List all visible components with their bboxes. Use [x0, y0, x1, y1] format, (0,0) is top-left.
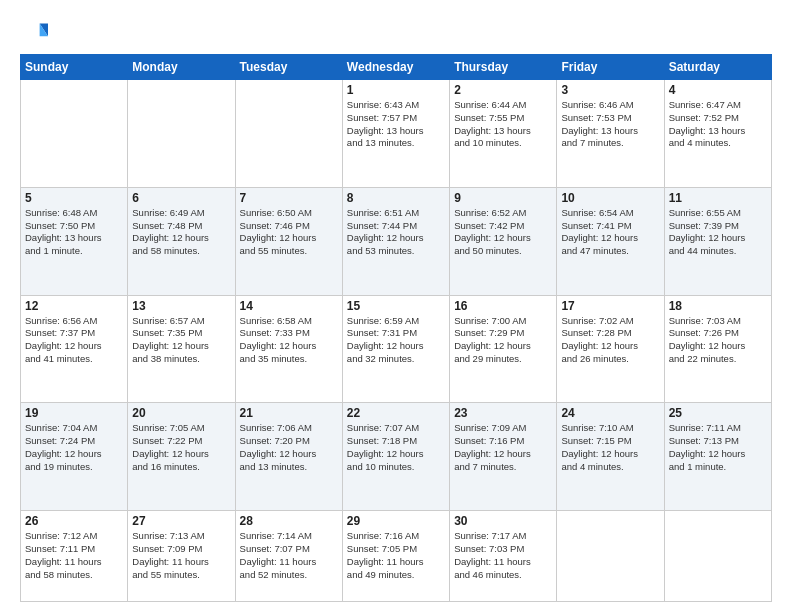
weekday-header-sunday: Sunday — [21, 55, 128, 80]
day-info: Sunrise: 6:57 AM Sunset: 7:35 PM Dayligh… — [132, 315, 230, 366]
day-number: 23 — [454, 406, 552, 420]
day-info: Sunrise: 7:00 AM Sunset: 7:29 PM Dayligh… — [454, 315, 552, 366]
day-number: 19 — [25, 406, 123, 420]
day-info: Sunrise: 7:12 AM Sunset: 7:11 PM Dayligh… — [25, 530, 123, 581]
day-number: 27 — [132, 514, 230, 528]
calendar-cell — [21, 80, 128, 188]
day-info: Sunrise: 6:46 AM Sunset: 7:53 PM Dayligh… — [561, 99, 659, 150]
day-number: 12 — [25, 299, 123, 313]
day-info: Sunrise: 7:07 AM Sunset: 7:18 PM Dayligh… — [347, 422, 445, 473]
day-info: Sunrise: 7:11 AM Sunset: 7:13 PM Dayligh… — [669, 422, 767, 473]
weekday-header-row: SundayMondayTuesdayWednesdayThursdayFrid… — [21, 55, 772, 80]
day-info: Sunrise: 6:44 AM Sunset: 7:55 PM Dayligh… — [454, 99, 552, 150]
calendar-cell: 5Sunrise: 6:48 AM Sunset: 7:50 PM Daylig… — [21, 187, 128, 295]
day-info: Sunrise: 7:06 AM Sunset: 7:20 PM Dayligh… — [240, 422, 338, 473]
day-number: 28 — [240, 514, 338, 528]
calendar-cell: 24Sunrise: 7:10 AM Sunset: 7:15 PM Dayli… — [557, 403, 664, 511]
day-number: 17 — [561, 299, 659, 313]
calendar-cell — [557, 511, 664, 602]
calendar-cell: 29Sunrise: 7:16 AM Sunset: 7:05 PM Dayli… — [342, 511, 449, 602]
day-number: 10 — [561, 191, 659, 205]
day-info: Sunrise: 7:16 AM Sunset: 7:05 PM Dayligh… — [347, 530, 445, 581]
day-number: 6 — [132, 191, 230, 205]
day-number: 18 — [669, 299, 767, 313]
day-info: Sunrise: 7:04 AM Sunset: 7:24 PM Dayligh… — [25, 422, 123, 473]
day-info: Sunrise: 6:56 AM Sunset: 7:37 PM Dayligh… — [25, 315, 123, 366]
day-info: Sunrise: 6:51 AM Sunset: 7:44 PM Dayligh… — [347, 207, 445, 258]
day-number: 13 — [132, 299, 230, 313]
day-number: 14 — [240, 299, 338, 313]
header — [20, 18, 772, 46]
calendar-cell: 28Sunrise: 7:14 AM Sunset: 7:07 PM Dayli… — [235, 511, 342, 602]
day-info: Sunrise: 6:58 AM Sunset: 7:33 PM Dayligh… — [240, 315, 338, 366]
day-info: Sunrise: 6:49 AM Sunset: 7:48 PM Dayligh… — [132, 207, 230, 258]
calendar-cell: 30Sunrise: 7:17 AM Sunset: 7:03 PM Dayli… — [450, 511, 557, 602]
day-info: Sunrise: 6:59 AM Sunset: 7:31 PM Dayligh… — [347, 315, 445, 366]
calendar-cell: 15Sunrise: 6:59 AM Sunset: 7:31 PM Dayli… — [342, 295, 449, 403]
calendar-cell: 7Sunrise: 6:50 AM Sunset: 7:46 PM Daylig… — [235, 187, 342, 295]
calendar-cell: 18Sunrise: 7:03 AM Sunset: 7:26 PM Dayli… — [664, 295, 771, 403]
day-info: Sunrise: 7:03 AM Sunset: 7:26 PM Dayligh… — [669, 315, 767, 366]
day-info: Sunrise: 7:02 AM Sunset: 7:28 PM Dayligh… — [561, 315, 659, 366]
day-number: 29 — [347, 514, 445, 528]
day-info: Sunrise: 7:14 AM Sunset: 7:07 PM Dayligh… — [240, 530, 338, 581]
day-number: 2 — [454, 83, 552, 97]
day-number: 20 — [132, 406, 230, 420]
day-number: 7 — [240, 191, 338, 205]
calendar-cell: 2Sunrise: 6:44 AM Sunset: 7:55 PM Daylig… — [450, 80, 557, 188]
day-number: 8 — [347, 191, 445, 205]
day-number: 15 — [347, 299, 445, 313]
calendar-cell: 12Sunrise: 6:56 AM Sunset: 7:37 PM Dayli… — [21, 295, 128, 403]
calendar-cell: 23Sunrise: 7:09 AM Sunset: 7:16 PM Dayli… — [450, 403, 557, 511]
calendar-cell — [128, 80, 235, 188]
calendar-cell: 13Sunrise: 6:57 AM Sunset: 7:35 PM Dayli… — [128, 295, 235, 403]
calendar-cell: 26Sunrise: 7:12 AM Sunset: 7:11 PM Dayli… — [21, 511, 128, 602]
day-number: 30 — [454, 514, 552, 528]
day-info: Sunrise: 6:47 AM Sunset: 7:52 PM Dayligh… — [669, 99, 767, 150]
calendar-cell: 17Sunrise: 7:02 AM Sunset: 7:28 PM Dayli… — [557, 295, 664, 403]
day-info: Sunrise: 6:48 AM Sunset: 7:50 PM Dayligh… — [25, 207, 123, 258]
day-number: 11 — [669, 191, 767, 205]
calendar-cell: 27Sunrise: 7:13 AM Sunset: 7:09 PM Dayli… — [128, 511, 235, 602]
calendar-row-2: 5Sunrise: 6:48 AM Sunset: 7:50 PM Daylig… — [21, 187, 772, 295]
day-number: 5 — [25, 191, 123, 205]
calendar-cell: 22Sunrise: 7:07 AM Sunset: 7:18 PM Dayli… — [342, 403, 449, 511]
calendar-cell: 8Sunrise: 6:51 AM Sunset: 7:44 PM Daylig… — [342, 187, 449, 295]
day-number: 1 — [347, 83, 445, 97]
calendar-cell — [235, 80, 342, 188]
day-number: 25 — [669, 406, 767, 420]
day-info: Sunrise: 7:13 AM Sunset: 7:09 PM Dayligh… — [132, 530, 230, 581]
logo — [20, 18, 52, 46]
weekday-header-wednesday: Wednesday — [342, 55, 449, 80]
weekday-header-friday: Friday — [557, 55, 664, 80]
day-info: Sunrise: 6:43 AM Sunset: 7:57 PM Dayligh… — [347, 99, 445, 150]
calendar-cell: 6Sunrise: 6:49 AM Sunset: 7:48 PM Daylig… — [128, 187, 235, 295]
day-number: 9 — [454, 191, 552, 205]
calendar-cell: 20Sunrise: 7:05 AM Sunset: 7:22 PM Dayli… — [128, 403, 235, 511]
calendar-cell: 4Sunrise: 6:47 AM Sunset: 7:52 PM Daylig… — [664, 80, 771, 188]
calendar-cell: 1Sunrise: 6:43 AM Sunset: 7:57 PM Daylig… — [342, 80, 449, 188]
day-number: 4 — [669, 83, 767, 97]
day-info: Sunrise: 6:54 AM Sunset: 7:41 PM Dayligh… — [561, 207, 659, 258]
calendar-cell: 21Sunrise: 7:06 AM Sunset: 7:20 PM Dayli… — [235, 403, 342, 511]
day-number: 24 — [561, 406, 659, 420]
weekday-header-saturday: Saturday — [664, 55, 771, 80]
calendar-cell: 25Sunrise: 7:11 AM Sunset: 7:13 PM Dayli… — [664, 403, 771, 511]
day-info: Sunrise: 7:09 AM Sunset: 7:16 PM Dayligh… — [454, 422, 552, 473]
calendar-cell: 3Sunrise: 6:46 AM Sunset: 7:53 PM Daylig… — [557, 80, 664, 188]
day-info: Sunrise: 7:05 AM Sunset: 7:22 PM Dayligh… — [132, 422, 230, 473]
day-info: Sunrise: 7:17 AM Sunset: 7:03 PM Dayligh… — [454, 530, 552, 581]
calendar-cell: 14Sunrise: 6:58 AM Sunset: 7:33 PM Dayli… — [235, 295, 342, 403]
calendar-row-3: 12Sunrise: 6:56 AM Sunset: 7:37 PM Dayli… — [21, 295, 772, 403]
calendar-cell: 19Sunrise: 7:04 AM Sunset: 7:24 PM Dayli… — [21, 403, 128, 511]
day-number: 26 — [25, 514, 123, 528]
weekday-header-monday: Monday — [128, 55, 235, 80]
day-number: 3 — [561, 83, 659, 97]
calendar-cell: 9Sunrise: 6:52 AM Sunset: 7:42 PM Daylig… — [450, 187, 557, 295]
day-number: 16 — [454, 299, 552, 313]
calendar-row-4: 19Sunrise: 7:04 AM Sunset: 7:24 PM Dayli… — [21, 403, 772, 511]
calendar-page: SundayMondayTuesdayWednesdayThursdayFrid… — [0, 0, 792, 612]
calendar-table: SundayMondayTuesdayWednesdayThursdayFrid… — [20, 54, 772, 602]
weekday-header-thursday: Thursday — [450, 55, 557, 80]
day-number: 22 — [347, 406, 445, 420]
